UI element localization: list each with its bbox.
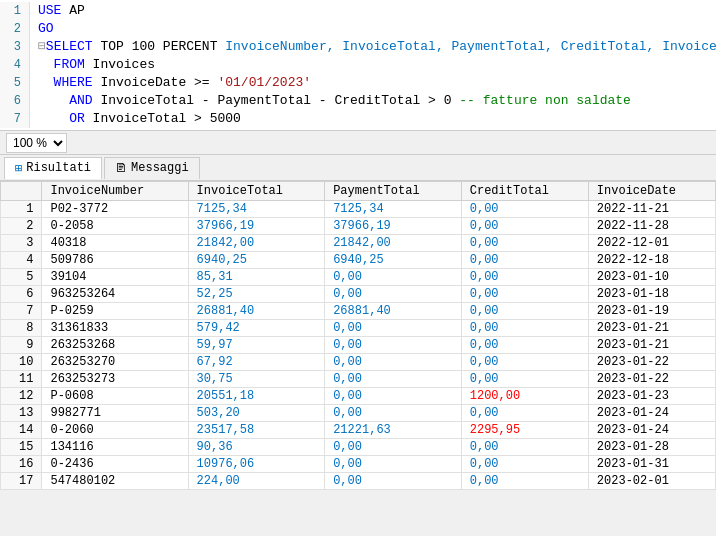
credit-total: 0,00 xyxy=(461,371,588,388)
payment-total: 0,00 xyxy=(325,473,462,490)
invoice-date: 2023-01-24 xyxy=(588,405,715,422)
row-number: 14 xyxy=(1,422,42,439)
zoom-select[interactable]: 100 % xyxy=(6,133,67,153)
column-header: InvoiceTotal xyxy=(188,182,325,201)
tabs-row: ⊞ Risultati 🖹 Messaggi xyxy=(0,155,716,181)
invoice-total: 52,25 xyxy=(188,286,325,303)
line-content: WHERE InvoiceDate >= '01/01/2023' xyxy=(30,74,311,92)
table-row: 831361833579,420,000,002023-01-21 xyxy=(1,320,716,337)
invoice-number: 509786 xyxy=(42,252,188,269)
row-number: 1 xyxy=(1,201,42,218)
invoice-date: 2023-01-10 xyxy=(588,269,715,286)
toolbar-row: 100 % xyxy=(0,131,716,155)
tab-messaggi-label: Messaggi xyxy=(131,161,189,175)
invoice-date: 2022-12-18 xyxy=(588,252,715,269)
invoice-total: 224,00 xyxy=(188,473,325,490)
invoice-total: 23517,58 xyxy=(188,422,325,439)
credit-total: 0,00 xyxy=(461,337,588,354)
payment-total: 0,00 xyxy=(325,320,462,337)
editor-area: 1USE AP2GO3⊟SELECT TOP 100 PERCENT Invoi… xyxy=(0,0,716,131)
row-number: 5 xyxy=(1,269,42,286)
table-row: 1126325327330,750,000,002023-01-22 xyxy=(1,371,716,388)
payment-total: 0,00 xyxy=(325,269,462,286)
invoice-total: 21842,00 xyxy=(188,235,325,252)
invoice-number: 0-2060 xyxy=(42,422,188,439)
msg-icon: 🖹 xyxy=(115,161,127,176)
invoice-number: 31361833 xyxy=(42,320,188,337)
invoice-number: 40318 xyxy=(42,235,188,252)
line-number: 4 xyxy=(0,56,30,74)
line-number: 1 xyxy=(0,2,30,20)
table-row: 926325326859,970,000,002023-01-21 xyxy=(1,337,716,354)
invoice-total: 10976,06 xyxy=(188,456,325,473)
table-row: 696325326452,250,000,002023-01-18 xyxy=(1,286,716,303)
table-row: 1513411690,360,000,002023-01-28 xyxy=(1,439,716,456)
line-number: 6 xyxy=(0,92,30,110)
row-number: 6 xyxy=(1,286,42,303)
invoice-number: P02-3772 xyxy=(42,201,188,218)
payment-total: 0,00 xyxy=(325,337,462,354)
row-number: 9 xyxy=(1,337,42,354)
invoice-number: P-0259 xyxy=(42,303,188,320)
payment-total: 0,00 xyxy=(325,371,462,388)
line-content: AND InvoiceTotal - PaymentTotal - Credit… xyxy=(30,92,631,110)
table-row: 160-243610976,060,000,002023-01-31 xyxy=(1,456,716,473)
invoice-date: 2023-01-21 xyxy=(588,337,715,354)
credit-total: 0,00 xyxy=(461,286,588,303)
invoice-date: 2023-01-19 xyxy=(588,303,715,320)
invoice-number: 263253268 xyxy=(42,337,188,354)
row-number: 13 xyxy=(1,405,42,422)
credit-total: 1200,00 xyxy=(461,388,588,405)
invoice-date: 2022-11-28 xyxy=(588,218,715,235)
line-number: 2 xyxy=(0,20,30,38)
payment-total: 6940,25 xyxy=(325,252,462,269)
tab-risultati-label: Risultati xyxy=(26,161,91,175)
editor-line: 5 WHERE InvoiceDate >= '01/01/2023' xyxy=(0,74,716,92)
invoice-date: 2023-02-01 xyxy=(588,473,715,490)
invoice-number: 134116 xyxy=(42,439,188,456)
column-header: InvoiceNumber xyxy=(42,182,188,201)
invoice-total: 503,20 xyxy=(188,405,325,422)
invoice-total: 579,42 xyxy=(188,320,325,337)
editor-line: 6 AND InvoiceTotal - PaymentTotal - Cred… xyxy=(0,92,716,110)
invoice-number: 963253264 xyxy=(42,286,188,303)
invoice-date: 2023-01-18 xyxy=(588,286,715,303)
invoice-total: 59,97 xyxy=(188,337,325,354)
table-row: 139982771503,200,000,002023-01-24 xyxy=(1,405,716,422)
tab-messaggi[interactable]: 🖹 Messaggi xyxy=(104,157,200,179)
invoice-date: 2023-01-31 xyxy=(588,456,715,473)
table-row: 34031821842,0021842,000,002022-12-01 xyxy=(1,235,716,252)
row-number: 17 xyxy=(1,473,42,490)
invoice-date: 2022-12-01 xyxy=(588,235,715,252)
table-row: 1026325327067,920,000,002023-01-22 xyxy=(1,354,716,371)
payment-total: 7125,34 xyxy=(325,201,462,218)
row-number: 11 xyxy=(1,371,42,388)
invoice-date: 2023-01-28 xyxy=(588,439,715,456)
payment-total: 0,00 xyxy=(325,405,462,422)
invoice-number: 0-2058 xyxy=(42,218,188,235)
credit-total: 0,00 xyxy=(461,456,588,473)
editor-line: 3⊟SELECT TOP 100 PERCENT InvoiceNumber, … xyxy=(0,38,716,56)
column-header: PaymentTotal xyxy=(325,182,462,201)
payment-total: 0,00 xyxy=(325,388,462,405)
table-row: 45097866940,256940,250,002022-12-18 xyxy=(1,252,716,269)
invoice-date: 2023-01-22 xyxy=(588,354,715,371)
invoice-total: 26881,40 xyxy=(188,303,325,320)
results-table-container[interactable]: InvoiceNumberInvoiceTotalPaymentTotalCre… xyxy=(0,181,716,490)
table-row: 140-206023517,5821221,632295,952023-01-2… xyxy=(1,422,716,439)
tab-risultati[interactable]: ⊞ Risultati xyxy=(4,157,102,179)
line-number: 3 xyxy=(0,38,30,56)
results-table: InvoiceNumberInvoiceTotalPaymentTotalCre… xyxy=(0,181,716,490)
column-header: CreditTotal xyxy=(461,182,588,201)
row-number: 7 xyxy=(1,303,42,320)
table-row: 53910485,310,000,002023-01-10 xyxy=(1,269,716,286)
credit-total: 0,00 xyxy=(461,303,588,320)
invoice-total: 6940,25 xyxy=(188,252,325,269)
invoice-date: 2023-01-23 xyxy=(588,388,715,405)
invoice-total: 90,36 xyxy=(188,439,325,456)
invoice-number: 547480102 xyxy=(42,473,188,490)
line-number: 5 xyxy=(0,74,30,92)
payment-total: 0,00 xyxy=(325,286,462,303)
payment-total: 37966,19 xyxy=(325,218,462,235)
column-header xyxy=(1,182,42,201)
